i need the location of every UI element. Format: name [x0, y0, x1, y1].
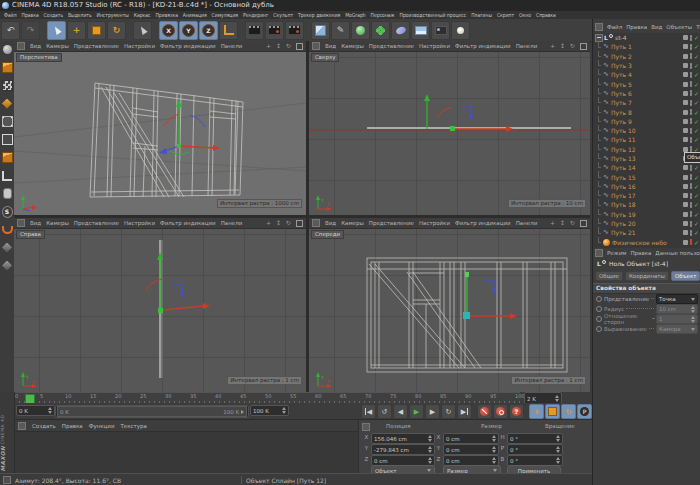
enabled-check-icon[interactable]: ✓ [694, 90, 699, 97]
object-manager-menu-item[interactable]: Файл [607, 24, 622, 30]
viewport-right[interactable]: ВидКамерыПредставлениеНастройкиФильтр ин… [14, 218, 306, 392]
tab-3[interactable]: Объект [671, 271, 700, 281]
viewport-menu-item[interactable]: Вид [30, 220, 41, 226]
object-name[interactable]: Физическое небо [612, 239, 667, 246]
enabled-check-icon[interactable]: ✓ [694, 99, 699, 106]
object-name[interactable]: Путь 13 [611, 155, 636, 162]
object-name[interactable]: Путь 16 [611, 183, 636, 190]
object-name[interactable]: Путь 14 [611, 164, 636, 171]
range-end-field[interactable]: 100 K [250, 405, 289, 416]
enabled-check-icon[interactable]: ✓ [694, 53, 699, 60]
render-settings-icon[interactable] [285, 21, 304, 40]
viewport-perspective[interactable]: ВидКамерыПредставлениеНастройкиФильтр ин… [14, 41, 306, 215]
last-tool-icon[interactable] [133, 21, 152, 40]
viewport-menu-item[interactable]: Камеры [46, 220, 69, 226]
viewport-menu-item[interactable]: Вид [30, 43, 41, 49]
object-row[interactable]: Физическое небо✓ [593, 238, 700, 247]
visibility-dots[interactable] [690, 137, 692, 143]
select-tool-icon[interactable] [47, 21, 66, 40]
previous-key-button[interactable]: ↺ [377, 404, 392, 419]
attribute-value-field[interactable]: 1 [656, 314, 698, 324]
visibility-dots[interactable] [690, 239, 692, 245]
object-name[interactable]: Путь 8 [611, 109, 632, 116]
visibility-dots[interactable] [690, 53, 692, 59]
workplane-lock-icon[interactable] [2, 242, 13, 253]
tag-icon[interactable] [683, 184, 688, 189]
enabled-check-icon[interactable]: ✓ [694, 136, 699, 143]
object-name[interactable]: Путь 18 [611, 201, 636, 208]
object-row[interactable]: ∿Путь 8✓ [593, 107, 700, 116]
tag-icon[interactable] [683, 240, 688, 245]
tag-icon[interactable] [683, 137, 688, 142]
position-x-field[interactable]: 156.046 cm [371, 433, 435, 444]
object-row[interactable]: ∿Путь 16✓ [593, 182, 700, 191]
enabled-check-icon[interactable]: ✓ [694, 81, 699, 88]
pan-view-icon[interactable]: + [550, 218, 555, 228]
material-menu-item[interactable]: Создать [32, 423, 56, 429]
object-name[interactable]: Путь 15 [611, 174, 636, 181]
object-name[interactable]: Путь 9 [611, 118, 632, 125]
attribute-menu-item[interactable]: Данные пользователя [655, 250, 700, 256]
viewport-front[interactable]: ВидКамерыПредставлениеНастройкиФильтр ин… [309, 218, 590, 392]
object-name[interactable]: Путь 1 [611, 43, 632, 50]
status-checkbox[interactable] [3, 476, 11, 484]
tag-icon[interactable] [683, 230, 688, 235]
frame-spinner[interactable] [553, 395, 559, 402]
object-name[interactable]: Путь 19 [611, 211, 636, 218]
visibility-dots[interactable] [690, 211, 692, 217]
object-row[interactable]: ∿Путь 1✓ [593, 42, 700, 51]
menu-item[interactable]: Каркас [134, 11, 151, 19]
visibility-dots[interactable] [690, 63, 692, 69]
add-deformer-icon[interactable] [391, 21, 410, 40]
menu-item[interactable]: Симуляция [212, 11, 238, 19]
viewport-menu-item[interactable]: Настройки [419, 220, 450, 226]
add-camera-icon[interactable] [431, 21, 450, 40]
record-keyframe-button[interactable] [477, 404, 492, 419]
viewport-menu-item[interactable]: Представление [369, 220, 414, 226]
material-menu-item[interactable]: Правка [62, 423, 83, 429]
object-row[interactable]: ∿Путь 18✓ [593, 200, 700, 209]
add-generator-icon[interactable] [351, 21, 370, 40]
object-name[interactable]: Путь 5 [611, 81, 632, 88]
key-position-toggle[interactable]: + [529, 404, 544, 419]
enabled-check-icon[interactable]: ✓ [694, 201, 699, 208]
tag-icon[interactable] [683, 147, 688, 152]
next-frame-button[interactable]: ▶ [425, 404, 440, 419]
object-row[interactable]: ∿Путь 4✓ [593, 70, 700, 79]
key-rotation-toggle[interactable]: ↻ [561, 404, 576, 419]
menu-item[interactable]: Создать [44, 11, 63, 19]
rotation-p-field[interactable]: 0 ° [507, 444, 563, 455]
viewport-solo-icon[interactable] [2, 188, 13, 199]
menu-item[interactable]: Рендеринг [243, 11, 268, 19]
viewport-menu-item[interactable]: Панели [516, 43, 538, 49]
viewport-menu-item[interactable]: Панели [221, 220, 243, 226]
menu-item[interactable]: Окно [519, 11, 531, 19]
enabled-check-icon[interactable]: ✓ [694, 71, 699, 78]
object-row[interactable]: ∿Путь 7✓ [593, 98, 700, 107]
menu-item[interactable]: Производственный процесс [400, 11, 467, 19]
object-name[interactable]: Путь 20 [611, 220, 636, 227]
goto-end-button[interactable]: ▶ [457, 404, 472, 419]
tag-icon[interactable] [683, 72, 688, 77]
play-button[interactable]: ▶ [409, 404, 424, 419]
size-x-field[interactable]: 0 cm [443, 433, 499, 444]
add-modeling-icon[interactable] [371, 21, 390, 40]
polygons-mode-icon[interactable] [2, 152, 13, 163]
object-manager-menu-item[interactable]: Правка [626, 24, 647, 30]
key-scale-toggle[interactable] [545, 404, 560, 419]
texture-mode-icon[interactable] [2, 80, 13, 91]
tag-icon[interactable] [683, 35, 688, 40]
workplane-mode-icon[interactable] [2, 98, 13, 109]
points-mode-icon[interactable] [2, 116, 13, 127]
object-row[interactable]: ∿Путь 17✓ [593, 191, 700, 200]
enabled-check-icon[interactable]: ✓ [694, 192, 699, 199]
range-start-field[interactable]: 0 K [16, 405, 55, 416]
add-environment-icon[interactable] [411, 21, 430, 40]
object-name[interactable]: Путь 2 [611, 53, 632, 60]
panel-icon[interactable] [312, 42, 320, 50]
tag-icon[interactable] [683, 212, 688, 217]
viewport-menu-item[interactable]: Представление [369, 43, 414, 49]
render-picture-viewer-icon[interactable] [265, 21, 284, 40]
viewport-menu-item[interactable]: Вид [325, 43, 336, 49]
viewport-menu-item[interactable]: Фильтр индикации [455, 43, 511, 49]
